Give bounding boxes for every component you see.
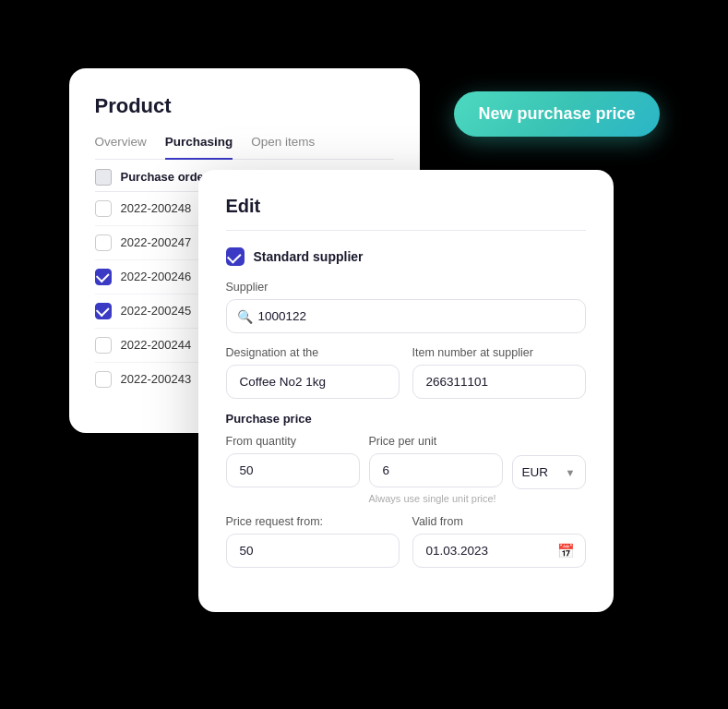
- edit-title: Edit: [226, 196, 586, 231]
- price-request-valid-row: Price request from: Valid from 📅: [226, 515, 586, 568]
- row-id-5: 2022-200243: [121, 372, 192, 386]
- standard-supplier-checkbox[interactable]: [226, 247, 245, 266]
- standard-supplier-label: Standard supplier: [254, 249, 364, 264]
- price-per-unit-group: Price per unit: [369, 435, 503, 487]
- header-checkbox-col: [95, 169, 121, 186]
- row-checkbox-2[interactable]: [95, 269, 112, 285]
- currency-value: EUR: [522, 465, 549, 479]
- supplier-label: Supplier: [226, 281, 586, 294]
- supplier-input[interactable]: [226, 299, 586, 333]
- supplier-search-wrap: 🔍: [226, 299, 586, 333]
- row-id-3: 2022-200245: [121, 304, 192, 318]
- price-request-input[interactable]: [226, 534, 400, 568]
- purchase-order-header: Purchase order: [121, 170, 209, 184]
- row-id-4: 2022-200244: [121, 338, 192, 352]
- hint-text: Always use single unit price!: [369, 493, 503, 504]
- tab-purchasing[interactable]: Purchasing: [165, 135, 233, 160]
- tab-overview[interactable]: Overview: [95, 135, 147, 160]
- valid-from-group: Valid from 📅: [412, 515, 586, 568]
- search-icon: 🔍: [237, 309, 253, 324]
- edit-card: Edit Standard supplier Supplier 🔍 Design…: [198, 170, 614, 612]
- from-quantity-label: From quantity: [226, 435, 360, 448]
- tab-bar: Overview Purchasing Open items: [95, 135, 394, 160]
- hint-row: Always use single unit price!: [226, 493, 586, 504]
- calendar-icon[interactable]: 📅: [557, 543, 575, 559]
- item-number-group: Item number at supplier: [412, 346, 586, 399]
- supplier-field-group: Supplier 🔍: [226, 281, 586, 333]
- designation-itemnumber-row: Designation at the Item number at suppli…: [226, 346, 586, 399]
- price-request-label: Price request from:: [226, 515, 400, 528]
- row-checkbox-5[interactable]: [95, 371, 112, 388]
- row-id-1: 2022-200247: [121, 235, 192, 249]
- designation-label: Designation at the: [226, 346, 400, 359]
- item-number-input[interactable]: [412, 365, 586, 399]
- valid-from-label: Valid from: [412, 515, 586, 528]
- row-checkbox-1[interactable]: [95, 234, 112, 251]
- row-id-0: 2022-200248: [121, 201, 192, 215]
- purchase-price-section-label: Purchase price: [226, 412, 586, 426]
- valid-from-input-wrap: 📅: [412, 534, 586, 568]
- price-request-group: Price request from:: [226, 515, 400, 568]
- from-quantity-input[interactable]: [226, 453, 360, 487]
- tab-open-items[interactable]: Open items: [251, 135, 315, 160]
- product-title: Product: [95, 94, 394, 118]
- standard-supplier-row: Standard supplier: [226, 247, 586, 266]
- currency-group: EUR ▼: [512, 455, 586, 489]
- item-number-label: Item number at supplier: [412, 346, 586, 359]
- currency-select[interactable]: EUR ▼: [512, 455, 586, 489]
- price-per-unit-input[interactable]: [369, 453, 503, 487]
- select-all-checkbox[interactable]: [95, 169, 112, 186]
- new-purchase-price-button[interactable]: New purchase price: [454, 91, 659, 137]
- row-id-2: 2022-200246: [121, 270, 192, 283]
- price-per-unit-label: Price per unit: [369, 435, 503, 448]
- row-checkbox-0[interactable]: [95, 200, 112, 217]
- from-quantity-group: From quantity: [226, 435, 360, 487]
- designation-input[interactable]: [226, 365, 400, 399]
- row-checkbox-3[interactable]: [95, 303, 112, 319]
- designation-group: Designation at the: [226, 346, 400, 399]
- row-checkbox-4[interactable]: [95, 337, 112, 354]
- price-row: From quantity Price per unit EUR ▼: [226, 435, 586, 489]
- chevron-down-icon: ▼: [566, 467, 576, 478]
